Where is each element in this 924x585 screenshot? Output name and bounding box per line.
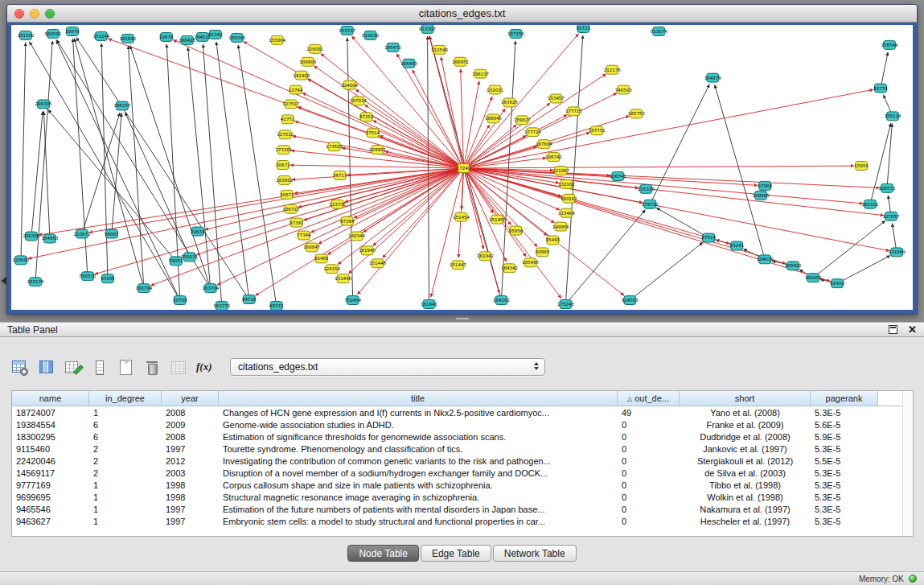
table-cell-out_degree[interactable]: 0 bbox=[618, 492, 680, 502]
tab-network-table[interactable]: Network Table bbox=[493, 545, 577, 562]
graph-node[interactable]: 184630 bbox=[757, 255, 774, 264]
graph-node[interactable]: 106741 bbox=[610, 171, 626, 180]
table-cell-short[interactable]: Tibbo et al. (1998) bbox=[680, 480, 811, 490]
table-cell-name[interactable]: 9699695 bbox=[12, 492, 89, 502]
table-cell-short[interactable]: Nakamura et al. (1997) bbox=[680, 505, 811, 514]
table-cell-in_degree[interactable]: 1 bbox=[89, 505, 162, 514]
graph-node[interactable]: 87969 bbox=[758, 181, 772, 190]
graph-node[interactable]: 960591 bbox=[44, 29, 61, 38]
graph-node[interactable]: 210672 bbox=[73, 229, 90, 238]
graph-node[interactable]: 127057 bbox=[883, 212, 900, 220]
graph-node[interactable]: 161942 bbox=[477, 252, 494, 261]
graph-node[interactable]: 15958 bbox=[854, 162, 869, 171]
graph-node[interactable]: 151446 bbox=[369, 259, 386, 268]
table-cell-short[interactable]: Dudbridge et al. (2008) bbox=[680, 432, 811, 442]
graph-node[interactable]: 106742 bbox=[545, 153, 562, 162]
graph-node[interactable]: 163704 bbox=[202, 284, 219, 293]
graph-node[interactable]: 180704 bbox=[135, 284, 152, 293]
graph-node[interactable]: 186493 bbox=[400, 59, 417, 68]
graph-node[interactable]: 115469 bbox=[558, 208, 575, 217]
graph-node[interactable]: 132031 bbox=[487, 85, 503, 94]
graph-node[interactable]: 212178 bbox=[604, 65, 621, 74]
graph-node[interactable]: 160162 bbox=[561, 194, 577, 203]
graph-node[interactable]: 163772 bbox=[213, 302, 230, 310]
graph-node[interactable]: 177715 bbox=[565, 107, 582, 116]
table-cell-title[interactable]: Tourette syndrome. Phenomenology and cla… bbox=[219, 444, 618, 454]
minimize-window-button[interactable] bbox=[30, 9, 39, 19]
table-cell-name[interactable]: 9465546 bbox=[12, 505, 89, 514]
graph-node[interactable]: 183002 bbox=[276, 175, 293, 184]
graph-node[interactable]: 208425 bbox=[179, 35, 195, 44]
graph-node[interactable]: 81342 bbox=[208, 30, 222, 39]
table-cell-year[interactable]: 2012 bbox=[162, 456, 219, 466]
table-cell-in_degree[interactable]: 2 bbox=[89, 444, 162, 454]
zoom-window-button[interactable] bbox=[45, 9, 55, 19]
table-cell-out_degree[interactable]: 0 bbox=[618, 444, 680, 454]
table-row[interactable]: 946554611997Estimation of the future num… bbox=[12, 503, 902, 515]
graph-node[interactable]: 161943 bbox=[359, 246, 376, 255]
graph-node[interactable]: 160344 bbox=[348, 232, 365, 241]
graph-node[interactable]: 186645 bbox=[485, 114, 502, 123]
table-cell-name[interactable]: 18300295 bbox=[12, 432, 89, 442]
table-cell-title[interactable]: Estimation of the future numbers of pati… bbox=[219, 505, 618, 514]
network-window-titlebar[interactable]: citations_edges.txt bbox=[7, 5, 917, 23]
graph-node[interactable]: 206306 bbox=[23, 232, 40, 241]
graph-node[interactable]: 36717 bbox=[333, 171, 347, 179]
table-cell-year[interactable]: 1997 bbox=[162, 517, 219, 526]
column-header-out_degree[interactable]: △out_de... bbox=[618, 391, 680, 406]
graph-node[interactable]: 206305 bbox=[35, 100, 51, 109]
table-row[interactable]: 1456911722003Disruption of a novel membe… bbox=[12, 467, 902, 479]
table-row[interactable]: 977716911998Corpus callosum shape and si… bbox=[12, 479, 902, 491]
graph-node[interactable]: 98067 bbox=[105, 229, 119, 238]
network-graph-canvas[interactable]: 1724022608118660914240912764127517427511… bbox=[11, 25, 913, 310]
graph-node[interactable]: 151447 bbox=[450, 261, 466, 270]
delete-icon[interactable] bbox=[142, 357, 162, 377]
graph-node[interactable]: 167684 bbox=[536, 140, 552, 149]
graph-node[interactable]: 224004 bbox=[341, 80, 358, 89]
row-list-icon[interactable] bbox=[89, 357, 109, 377]
function-icon[interactable] bbox=[195, 357, 215, 377]
table-cell-year[interactable]: 1998 bbox=[162, 480, 219, 490]
graph-node[interactable]: 95493 bbox=[546, 236, 561, 245]
table-row[interactable]: 911546021997Tourette syndrome. Phenomeno… bbox=[12, 443, 902, 455]
graph-node[interactable]: 153457 bbox=[548, 94, 565, 103]
graph-node[interactable]: 813307 bbox=[419, 25, 436, 33]
graph-node[interactable]: 164879 bbox=[704, 73, 721, 82]
table-cell-in_degree[interactable]: 1 bbox=[89, 517, 162, 526]
graph-node[interactable]: 123736 bbox=[329, 200, 346, 208]
table-cell-name[interactable]: 9777169 bbox=[12, 480, 89, 490]
graph-node[interactable]: 95956 bbox=[509, 226, 524, 235]
graph-node[interactable]: 93105 bbox=[101, 274, 114, 283]
table-cell-pagerank[interactable]: 5.3E-5 bbox=[811, 408, 878, 418]
graph-node[interactable]: 183174 bbox=[27, 278, 44, 286]
table-cell-title[interactable]: Investigating the contribution of common… bbox=[219, 456, 618, 466]
graph-node[interactable]: 80965 bbox=[536, 248, 549, 257]
graph-node[interactable]: 151244 bbox=[92, 31, 109, 40]
table-cell-out_degree[interactable]: 0 bbox=[618, 480, 680, 490]
graph-node[interactable]: 169345 bbox=[228, 33, 245, 42]
table-cell-pagerank[interactable]: 5.3E-5 bbox=[811, 468, 878, 478]
table-cell-title[interactable]: Embryonic stem cells: a model to study s… bbox=[219, 517, 618, 526]
graph-node[interactable]: 108572 bbox=[879, 183, 896, 192]
table-cell-in_degree[interactable]: 1 bbox=[89, 492, 162, 502]
table-cell-out_degree[interactable]: 0 bbox=[618, 432, 680, 442]
table-cell-pagerank[interactable]: 5.9E-5 bbox=[811, 432, 878, 442]
graph-node[interactable]: 159827 bbox=[514, 116, 531, 125]
table-cell-year[interactable]: 2008 bbox=[162, 408, 219, 418]
close-window-button[interactable] bbox=[14, 9, 24, 19]
graph-node[interactable]: 17240 bbox=[457, 164, 471, 173]
table-cell-pagerank[interactable]: 5.3E-5 bbox=[811, 517, 878, 526]
graph-node[interactable]: 156544 bbox=[881, 40, 898, 49]
graph-node[interactable]: 168161 bbox=[862, 200, 879, 208]
new-document-icon[interactable] bbox=[116, 357, 135, 377]
graph-node[interactable]: 55723 bbox=[577, 25, 591, 32]
table-cell-title[interactable]: Disruption of a novel member of a sodium… bbox=[219, 468, 618, 478]
table-cell-year[interactable]: 1997 bbox=[162, 505, 219, 514]
graph-node[interactable]: 185753 bbox=[628, 109, 645, 118]
tab-node-table[interactable]: Node Table bbox=[347, 545, 419, 562]
graph-node[interactable]: 27514 bbox=[366, 129, 380, 138]
graph-node[interactable]: 151454 bbox=[453, 212, 470, 221]
graph-node[interactable]: 181842 bbox=[119, 34, 136, 43]
graph-node[interactable]: 160450 bbox=[805, 274, 822, 282]
column-header-in_degree[interactable]: in_degree bbox=[89, 391, 162, 406]
